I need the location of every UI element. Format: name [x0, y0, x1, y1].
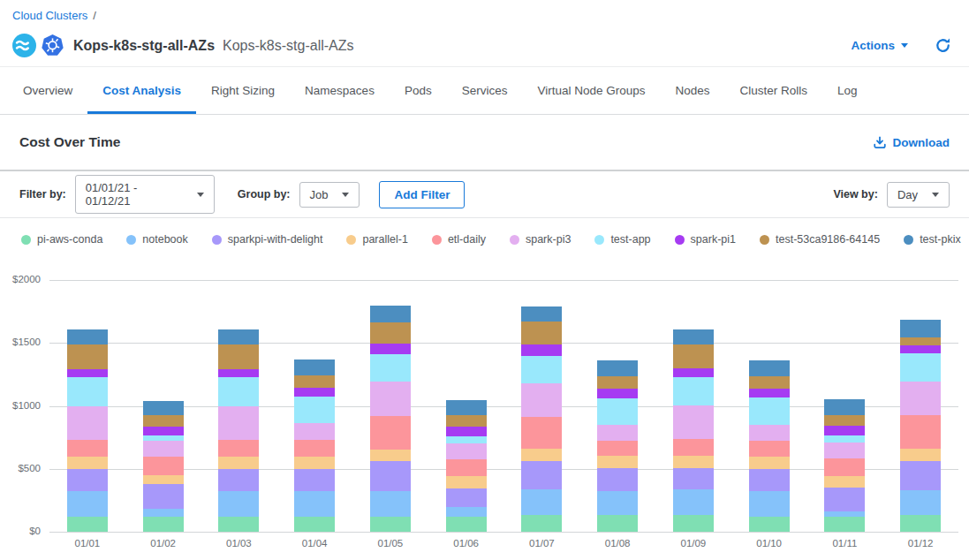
bar-segment-spark-pi3[interactable] — [218, 406, 259, 440]
bar-segment-etl-daily[interactable] — [673, 439, 714, 456]
bar-segment-etl-daily[interactable] — [900, 415, 941, 449]
bar-segment-test-53ca9186-64145[interactable] — [824, 415, 865, 427]
bar-segment-etl-daily[interactable] — [143, 457, 184, 475]
bar-segment-pi-aws-conda[interactable] — [597, 515, 638, 532]
bar-segment-spark-pi3[interactable] — [900, 382, 941, 415]
tab-virtual-node-groups[interactable]: Virtual Node Groups — [522, 67, 660, 114]
bar-segment-test-53ca9186-64145[interactable] — [67, 344, 108, 369]
bar-segment-parallel-1[interactable] — [673, 456, 714, 468]
bar-segment-etl-daily[interactable] — [521, 417, 562, 449]
bar-segment-test-53ca9186-64145[interactable] — [900, 337, 941, 345]
bar-segment-sparkpi-with-delight[interactable] — [446, 488, 487, 507]
bar-segment-pi-aws-conda[interactable] — [824, 517, 865, 532]
legend-item-pi-aws-conda[interactable]: pi-aws-conda — [21, 233, 102, 246]
bar-segment-test-pkix[interactable] — [521, 306, 562, 322]
add-filter-button[interactable]: Add Filter — [379, 181, 465, 208]
bar-segment-notebook[interactable] — [749, 491, 790, 517]
bar-segment-spark-pi1[interactable] — [218, 369, 259, 378]
legend-item-test-53ca9186-64145[interactable]: test-53ca9186-64145 — [760, 233, 880, 246]
tab-right-sizing[interactable]: Right Sizing — [196, 67, 290, 114]
view-by-select[interactable]: Day — [887, 182, 950, 208]
bar-segment-test-53ca9186-64145[interactable] — [749, 376, 790, 389]
bar-segment-test-53ca9186-64145[interactable] — [446, 415, 487, 427]
bar-segment-sparkpi-with-delight[interactable] — [749, 469, 790, 491]
bar-segment-spark-pi1[interactable] — [900, 345, 941, 353]
bar-segment-pi-aws-conda[interactable] — [143, 517, 184, 532]
bar-segment-spark-pi3[interactable] — [143, 441, 184, 457]
bar-segment-sparkpi-with-delight[interactable] — [900, 461, 941, 490]
bar-segment-spark-pi3[interactable] — [294, 423, 335, 440]
bar-segment-parallel-1[interactable] — [900, 449, 941, 461]
bar-segment-spark-pi1[interactable] — [446, 427, 487, 436]
bar-segment-parallel-1[interactable] — [749, 457, 790, 469]
bar-segment-sparkpi-with-delight[interactable] — [521, 461, 562, 489]
tab-namespaces[interactable]: Namespaces — [290, 67, 390, 114]
bar-segment-spark-pi3[interactable] — [446, 443, 487, 460]
tab-overview[interactable]: Overview — [8, 67, 87, 114]
bar-segment-etl-daily[interactable] — [218, 440, 259, 457]
bar-segment-test-app[interactable] — [218, 377, 259, 405]
bar-segment-etl-daily[interactable] — [824, 458, 865, 475]
bar-segment-etl-daily[interactable] — [370, 416, 411, 450]
bar-segment-sparkpi-with-delight[interactable] — [294, 469, 335, 491]
bar-segment-notebook[interactable] — [370, 491, 411, 517]
bar-segment-spark-pi3[interactable] — [749, 425, 790, 442]
bar-segment-test-53ca9186-64145[interactable] — [143, 415, 184, 427]
bar-segment-sparkpi-with-delight[interactable] — [597, 468, 638, 491]
bar-segment-spark-pi3[interactable] — [67, 406, 108, 440]
bar-segment-notebook[interactable] — [143, 509, 184, 517]
bar-segment-etl-daily[interactable] — [749, 441, 790, 456]
bar-segment-spark-pi1[interactable] — [673, 368, 714, 378]
bar-segment-test-app[interactable] — [370, 354, 411, 382]
download-button[interactable]: Download — [873, 135, 950, 149]
bar-segment-notebook[interactable] — [67, 491, 108, 517]
group-by-select[interactable]: Job — [299, 182, 360, 208]
bar-segment-parallel-1[interactable] — [521, 449, 562, 461]
bar-segment-test-53ca9186-64145[interactable] — [521, 322, 562, 344]
actions-button[interactable]: Actions — [851, 39, 908, 52]
bar-segment-etl-daily[interactable] — [67, 440, 108, 457]
bar-segment-parallel-1[interactable] — [294, 457, 335, 469]
legend-item-sparkpi-with-delight[interactable]: sparkpi-with-delight — [212, 233, 323, 246]
bar-segment-test-pkix[interactable] — [143, 401, 184, 415]
bar-segment-spark-pi3[interactable] — [370, 382, 411, 415]
bar-segment-spark-pi1[interactable] — [143, 427, 184, 435]
bar-segment-sparkpi-with-delight[interactable] — [143, 484, 184, 509]
bar-segment-test-app[interactable] — [521, 356, 562, 383]
bar-segment-parallel-1[interactable] — [67, 457, 108, 469]
bar-segment-etl-daily[interactable] — [294, 440, 335, 457]
bar-segment-pi-aws-conda[interactable] — [218, 517, 259, 532]
bar-segment-spark-pi3[interactable] — [521, 383, 562, 417]
bar-segment-test-pkix[interactable] — [370, 306, 411, 322]
bar-segment-test-53ca9186-64145[interactable] — [673, 344, 714, 367]
bar-segment-test-pkix[interactable] — [673, 329, 714, 345]
bar-segment-pi-aws-conda[interactable] — [294, 517, 335, 532]
bar-segment-spark-pi1[interactable] — [749, 389, 790, 398]
tab-log[interactable]: Log — [822, 67, 873, 114]
bar-segment-notebook[interactable] — [597, 491, 638, 516]
legend-item-test-pkix[interactable]: test-pkix — [904, 233, 961, 246]
bar-segment-parallel-1[interactable] — [143, 475, 184, 484]
bar-segment-parallel-1[interactable] — [446, 476, 487, 488]
bar-segment-spark-pi3[interactable] — [673, 405, 714, 439]
bar-segment-pi-aws-conda[interactable] — [521, 515, 562, 532]
bar-segment-spark-pi3[interactable] — [824, 443, 865, 459]
bar-segment-test-app[interactable] — [67, 377, 108, 405]
bar-segment-test-pkix[interactable] — [218, 329, 259, 344]
bar-segment-test-pkix[interactable] — [749, 360, 790, 377]
bar-segment-pi-aws-conda[interactable] — [900, 515, 941, 532]
bar-segment-test-pkix[interactable] — [900, 320, 941, 337]
bar-segment-parallel-1[interactable] — [370, 450, 411, 462]
tab-nodes[interactable]: Nodes — [661, 67, 725, 114]
bar-segment-spark-pi1[interactable] — [824, 426, 865, 435]
bar-segment-spark-pi1[interactable] — [370, 344, 411, 354]
bar-segment-notebook[interactable] — [294, 491, 335, 517]
bar-segment-etl-daily[interactable] — [597, 441, 638, 455]
bar-segment-spark-pi1[interactable] — [597, 389, 638, 398]
bar-segment-test-pkix[interactable] — [67, 329, 108, 344]
bar-segment-sparkpi-with-delight[interactable] — [370, 461, 411, 490]
bar-segment-pi-aws-conda[interactable] — [446, 517, 487, 532]
legend-item-test-app[interactable]: test-app — [594, 233, 650, 246]
breadcrumb-link-cloud-clusters[interactable]: Cloud Clusters — [12, 9, 87, 22]
bar-segment-test-app[interactable] — [446, 436, 487, 443]
